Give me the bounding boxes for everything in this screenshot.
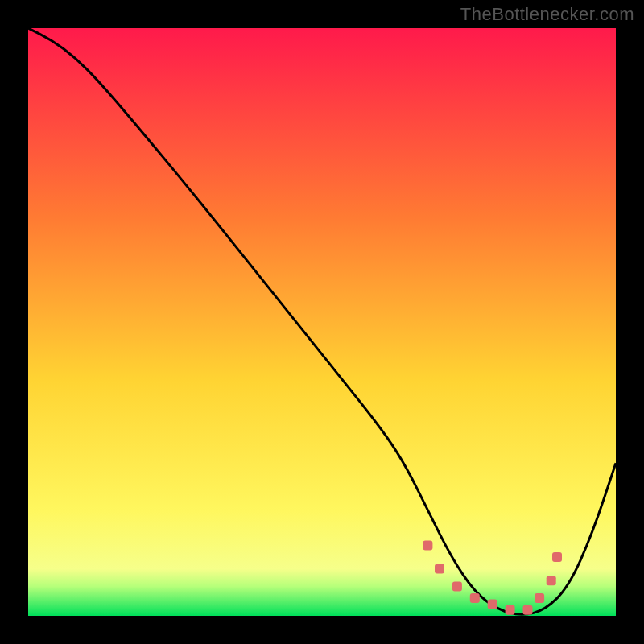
highlight-marker: [423, 540, 432, 550]
highlight-marker: [435, 564, 444, 574]
highlight-marker: [552, 552, 562, 562]
highlight-marker: [452, 582, 462, 592]
chart-frame: TheBottlenecker.com: [0, 0, 644, 644]
watermark-text: TheBottlenecker.com: [460, 4, 634, 25]
highlight-marker: [547, 576, 556, 585]
gradient-background: [28, 28, 616, 616]
highlight-marker: [523, 605, 533, 615]
highlight-marker: [488, 599, 497, 609]
plot-area: [28, 28, 616, 616]
highlight-marker: [470, 593, 480, 603]
highlight-marker: [535, 593, 544, 603]
highlight-marker: [506, 605, 515, 615]
chart-svg: [28, 28, 616, 616]
